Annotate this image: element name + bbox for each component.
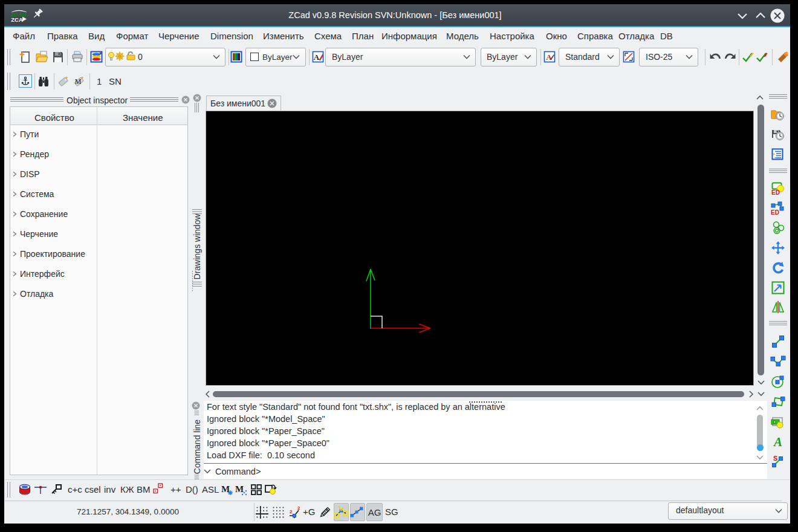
svg-text:A: A [546, 53, 552, 62]
svg-text:ZCA: ZCA [11, 16, 23, 23]
svg-text:z: z [765, 53, 767, 57]
svg-text:S: S [773, 455, 777, 462]
svg-text:A: A [773, 435, 782, 449]
svg-text:ED: ED [771, 209, 779, 216]
svg-text:M: M [235, 484, 244, 494]
svg-text:2: 2 [290, 509, 293, 514]
svg-text:ED: ED [771, 189, 780, 196]
svg-text:M: M [75, 77, 82, 86]
svg-text:A: A [314, 53, 320, 62]
svg-text:2: 2 [297, 505, 300, 511]
